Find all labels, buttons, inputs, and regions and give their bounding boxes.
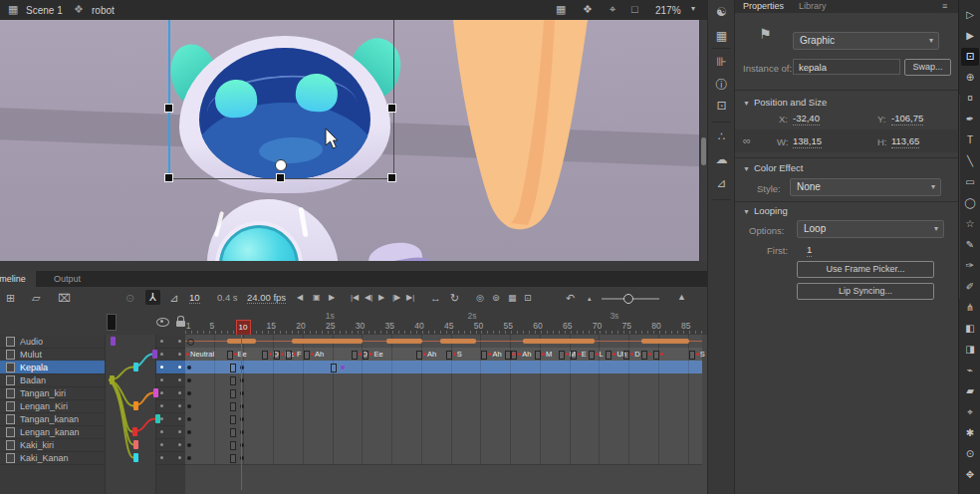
parent-chip-Kepala[interactable] [133, 363, 138, 371]
scene-icon[interactable]: ▦ [8, 4, 18, 15]
keyframe[interactable] [187, 430, 191, 434]
playback-icon-4[interactable]: ▶| [406, 294, 414, 302]
eye-column-icon[interactable] [156, 318, 169, 327]
instance-name-field[interactable]: kepala [793, 59, 900, 75]
handle-left-mid[interactable] [164, 104, 173, 113]
oval-tool[interactable]: ◯ [961, 194, 979, 212]
layer-visibility-lock-Kepala[interactable] [154, 361, 185, 373]
current-frame-field[interactable]: 10 [189, 293, 200, 304]
lip-syncing-button[interactable]: Lip Syncing... [797, 283, 934, 300]
timeline-zoom-reset-icon[interactable]: ↶ [566, 293, 575, 304]
zoom-level[interactable]: 217% [655, 5, 681, 16]
layer-name-Mulut[interactable]: Mulut [0, 348, 105, 361]
phoneme-keyframe[interactable] [596, 353, 599, 356]
parenting-view-icon[interactable]: ⅄ [145, 290, 160, 305]
graph-editor-icon[interactable]: ⊿ [169, 293, 178, 304]
keyframe[interactable] [187, 366, 191, 370]
onion-skin-icon-1[interactable]: ⊚ [492, 294, 500, 303]
layer-frames-Kaki_kiri[interactable] [185, 438, 702, 452]
section-position-size[interactable]: ▼Position and Size [743, 97, 827, 108]
lock-dot[interactable] [178, 443, 181, 446]
timeline-zoom-knob[interactable] [623, 294, 633, 304]
phoneme-keyframe[interactable] [281, 353, 284, 356]
transform-panel-icon[interactable]: ⊡ [708, 99, 735, 113]
layer-frames-Tangan_kiri[interactable] [185, 386, 702, 400]
playback-icon-0[interactable]: |◀ [351, 294, 359, 302]
layer-visibility-lock-Tangan_kiri[interactable] [154, 386, 185, 399]
eraser-tool[interactable]: ▰ [961, 382, 979, 400]
frame-step-icon-2[interactable]: ▶ [329, 294, 335, 302]
new-layer-icon[interactable]: ⊞ [6, 293, 15, 304]
playback-icon-3[interactable]: |▶ [392, 294, 400, 302]
motion-editor-icon[interactable]: ⊿ [708, 176, 735, 190]
onion-skin-icon-2[interactable]: ▦ [508, 294, 517, 303]
swap-button[interactable]: Swap... [904, 59, 951, 76]
edit-symbol-icon[interactable]: ❖ [583, 4, 593, 15]
layer-frames-Kaki_Kanan[interactable] [185, 451, 702, 465]
onion-skin-icon-3[interactable]: ⊡ [524, 294, 532, 303]
edit-scene-icon[interactable]: ▦ [556, 4, 566, 15]
bone-tool[interactable]: ⋔ [961, 299, 979, 317]
lock-dot[interactable] [178, 353, 181, 356]
lock-dot[interactable] [178, 404, 181, 407]
align-panel-icon[interactable]: ⊪ [708, 55, 735, 69]
keyframe[interactable] [187, 378, 191, 382]
pencil-tool[interactable]: ✎ [961, 236, 979, 254]
breadcrumb-symbol[interactable]: robot [92, 5, 115, 16]
layer-frames-Mulut[interactable]: NeutralEeDEeFAhDEeAhSAhAhMMELUhDS [185, 348, 702, 362]
info-panel-icon[interactable]: ⓘ [708, 77, 735, 94]
playhead[interactable]: 10 [236, 320, 251, 336]
camera-tool[interactable]: ⊙ [961, 445, 979, 463]
phoneme-keyframe[interactable] [311, 353, 314, 356]
layer-visibility-lock-Kaki_Kanan[interactable] [154, 451, 185, 464]
lock-dot[interactable] [178, 378, 181, 381]
tab-timeline[interactable]: Timeline [0, 271, 36, 287]
parent-chip-Tangan_kiri[interactable] [153, 388, 158, 397]
color-panel-icon[interactable]: ☯ [708, 5, 735, 19]
phoneme-keyframe[interactable] [453, 353, 456, 356]
layer-name-Lengan_kanan[interactable]: Lengan_kanan [0, 425, 105, 438]
onion-skin-icon-0[interactable]: ◎ [476, 294, 484, 303]
lock-dot[interactable] [178, 456, 181, 459]
line-tool[interactable]: ╲ [961, 152, 979, 170]
handle-bottom-right[interactable] [387, 173, 396, 182]
visibility-dot[interactable] [160, 366, 163, 369]
brush-library-icon[interactable]: ∴ [708, 129, 735, 143]
frame-step-icon-1[interactable]: ▣ [313, 294, 321, 302]
parent-chip-Audio[interactable] [111, 337, 116, 346]
playback-icon-1[interactable]: ◀| [365, 294, 372, 302]
layer-visibility-lock-Lengan_kanan[interactable] [154, 425, 185, 438]
use-frame-picker-button[interactable]: Use Frame Picker... [797, 261, 934, 278]
swatches-panel-icon[interactable]: ▦ [708, 29, 735, 43]
eyedropper-tool[interactable]: ⌁ [961, 362, 979, 379]
phoneme-keyframe[interactable] [269, 353, 272, 356]
layer-row-Kaki_Kanan[interactable]: Kaki_Kanan [0, 451, 185, 465]
phoneme-keyframe[interactable] [359, 353, 362, 356]
visibility-dot[interactable] [160, 404, 163, 407]
layer-row-Audio[interactable]: Audio [0, 335, 185, 349]
asset-warp-tool[interactable]: ⌖ [961, 403, 979, 421]
breadcrumb-scene[interactable]: Scene 1 [26, 5, 63, 16]
y-value[interactable]: -106,75 [891, 113, 923, 125]
keyframe[interactable] [187, 443, 191, 447]
phoneme-keyframe[interactable] [648, 353, 651, 356]
keyframe[interactable] [187, 417, 191, 421]
cc-libraries-icon[interactable]: ☁ [708, 152, 735, 166]
layer-row-Mulut[interactable]: Mulut [0, 348, 185, 362]
lock-column-icon[interactable] [176, 316, 185, 327]
parent-chip-Lengan_Kiri[interactable] [133, 401, 138, 410]
panel-menu-icon[interactable]: ≡ [942, 1, 947, 11]
phoneme-keyframe[interactable] [488, 353, 491, 356]
visibility-dot[interactable] [160, 340, 163, 343]
subselection-tool[interactable]: ▶ [961, 27, 979, 45]
tab-properties[interactable]: Properties [743, 1, 784, 11]
section-color-effect[interactable]: ▼Color Effect [743, 162, 803, 173]
lock-aspect-icon[interactable]: ∞ [743, 134, 751, 146]
layer-visibility-lock-Lengan_Kiri[interactable] [154, 399, 185, 412]
loop-dropdown[interactable]: Loop▾ [797, 220, 944, 238]
lock-dot[interactable] [178, 417, 181, 420]
delete-layer-icon[interactable]: ⌧ [58, 293, 71, 304]
lock-dot[interactable] [178, 430, 181, 433]
layer-frames-Audio[interactable] [185, 335, 702, 349]
parenting-keyframe[interactable] [341, 366, 345, 370]
